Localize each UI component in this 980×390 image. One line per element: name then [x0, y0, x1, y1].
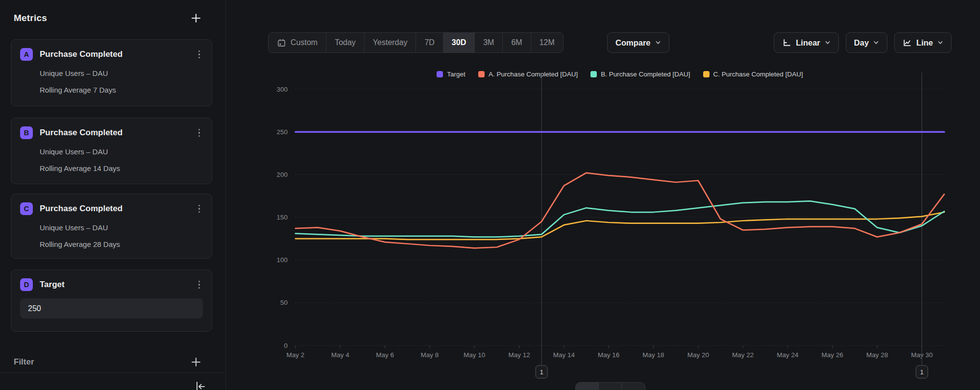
metric-card: BPurchase CompletedUnique Users – DAURol… [11, 118, 212, 184]
collapse-sidebar-icon [194, 380, 207, 390]
target-card-header: D Target [20, 278, 203, 291]
app-root: Metrics APurchase CompletedUnique Users … [0, 0, 980, 390]
annotation-badge[interactable]: 1 [916, 366, 928, 378]
metric-measure-label: Unique Users – DAU [40, 147, 203, 156]
metric-rolling-label: Rolling Average 28 Days [40, 240, 203, 248]
kebab-menu-icon[interactable] [196, 127, 203, 139]
filter-header: Filter [14, 355, 202, 369]
x-axis-label: May 18 [642, 351, 664, 359]
y-axis-label: 200 [276, 171, 288, 178]
x-axis-label: May 20 [687, 351, 709, 359]
kebab-menu-icon[interactable] [196, 279, 203, 291]
metric-measure-label: Unique Users – DAU [40, 223, 203, 232]
metric-rolling-label: Rolling Average 14 Days [40, 164, 203, 172]
kebab-menu-icon[interactable] [196, 203, 203, 215]
y-axis-label: 150 [276, 214, 288, 221]
x-axis-label: May 12 [508, 351, 530, 359]
x-axis-label: May 4 [331, 351, 349, 359]
x-axis-label: May 16 [598, 351, 619, 359]
filter-title: Filter [14, 357, 34, 367]
target-card-title: Target [40, 280, 196, 290]
metric-rolling-label: Rolling Average 7 Days [40, 86, 203, 94]
metrics-title: Metrics [14, 13, 47, 24]
y-axis-label: 300 [276, 86, 288, 93]
metric-measure-label: Unique Users – DAU [40, 69, 203, 77]
y-axis-label: 50 [280, 299, 288, 306]
x-axis-label: May 14 [553, 351, 575, 359]
metric-letter-badge: A [20, 48, 33, 61]
metric-card: APurchase CompletedUnique Users – DAURol… [11, 39, 212, 106]
add-metric-button[interactable] [190, 12, 202, 24]
x-axis-label: May 22 [732, 351, 754, 359]
metric-card-title: Purchase Completed [40, 204, 196, 214]
metric-card-header: BPurchase Completed [20, 126, 203, 139]
metric-letter-badge: C [20, 202, 33, 215]
series-line-c [295, 212, 944, 240]
annotation-badge-label: 1 [920, 368, 924, 376]
x-axis-label: May 8 [421, 351, 439, 359]
y-axis-label: 0 [284, 342, 288, 349]
chart-size-medium-button[interactable] [622, 383, 645, 390]
metric-card-title: Purchase Completed [40, 49, 196, 59]
x-axis-label: May 24 [777, 351, 799, 359]
sidebar: Metrics APurchase CompletedUnique Users … [0, 0, 226, 390]
annotation-badge[interactable]: 1 [536, 366, 547, 378]
metric-card-header: CPurchase Completed [20, 202, 203, 215]
metric-card-title: Purchase Completed [40, 128, 196, 138]
sidebar-divider [0, 372, 225, 373]
target-card: D Target [11, 269, 212, 332]
add-filter-button[interactable] [190, 356, 202, 368]
metric-card-header: APurchase Completed [20, 48, 203, 61]
chart-size-large-button[interactable] [576, 383, 599, 390]
x-axis-label: May 26 [822, 351, 843, 359]
x-axis-label: May 2 [287, 351, 305, 359]
chart-size-small-button[interactable] [599, 383, 622, 390]
y-axis-label: 100 [276, 256, 288, 264]
target-value-input[interactable] [20, 298, 203, 318]
x-axis-label: May 10 [464, 351, 485, 359]
metrics-header: Metrics [14, 11, 202, 25]
x-axis-label: May 6 [376, 351, 394, 359]
line-chart[interactable]: 050100150200250300May 2May 4May 6May 8Ma… [226, 0, 980, 390]
annotation-badge-label: 1 [539, 368, 543, 376]
kebab-menu-icon[interactable] [196, 49, 203, 61]
x-axis-label: May 28 [866, 351, 888, 359]
metric-letter-badge: D [20, 278, 33, 291]
collapse-sidebar-button[interactable] [194, 380, 207, 390]
chart-panel: CustomTodayYesterday7D30D3M6M12M Compare… [226, 0, 980, 390]
y-axis-label: 250 [276, 128, 288, 136]
metric-letter-badge: B [20, 126, 33, 139]
chart-size-control [575, 382, 645, 390]
metric-card: CPurchase CompletedUnique Users – DAURol… [11, 194, 212, 259]
